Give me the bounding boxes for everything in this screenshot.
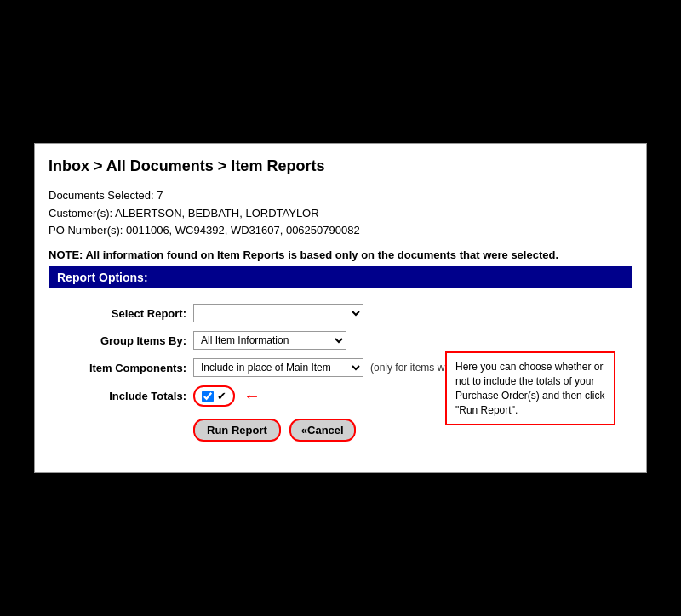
doc-selected: Documents Selected: 7 <box>49 187 632 205</box>
select-report-dropdown[interactable] <box>193 304 363 322</box>
main-panel: Inbox > All Documents > Item Reports Doc… <box>34 143 647 473</box>
tooltip-box: Here you can choose whether or not to in… <box>445 351 615 425</box>
include-totals-label: Include Totals: <box>66 390 193 402</box>
page-title: Inbox > All Documents > Item Reports <box>49 157 632 175</box>
include-totals-checkbox[interactable] <box>202 391 214 402</box>
arrow-icon: ← <box>243 386 260 406</box>
select-report-label: Select Report: <box>66 307 193 320</box>
doc-po-numbers: PO Number(s): 0011006, WC94392, WD31607,… <box>49 222 632 240</box>
item-components-label: Item Components: <box>66 362 193 374</box>
item-components-dropdown[interactable]: Include in place of Main Item <box>193 358 363 377</box>
group-items-control: All Item Information <box>193 331 346 350</box>
checkmark-icon: ✔ <box>217 390 226 402</box>
item-components-control: Include in place of Main Item <box>193 358 363 377</box>
report-options-header: Report Options: <box>49 266 632 288</box>
select-report-control <box>193 304 363 322</box>
doc-info: Documents Selected: 7 Customer(s): ALBER… <box>49 187 632 240</box>
group-items-dropdown[interactable]: All Item Information <box>193 331 346 350</box>
cancel-button[interactable]: «Cancel <box>289 419 356 442</box>
run-report-button[interactable]: Run Report <box>193 419 281 442</box>
group-items-label: Group Items By: <box>66 334 193 347</box>
note-text: NOTE: All information found on Item Repo… <box>49 248 632 261</box>
group-items-row: Group Items By: All Item Information <box>66 331 615 350</box>
select-report-row: Select Report: <box>66 304 615 322</box>
doc-customers: Customer(s): ALBERTSON, BEDBATH, LORDTAY… <box>49 205 632 223</box>
include-totals-wrapper: ✔ <box>193 385 235 407</box>
form-area: Select Report: Group Items By: All Item … <box>49 300 632 459</box>
